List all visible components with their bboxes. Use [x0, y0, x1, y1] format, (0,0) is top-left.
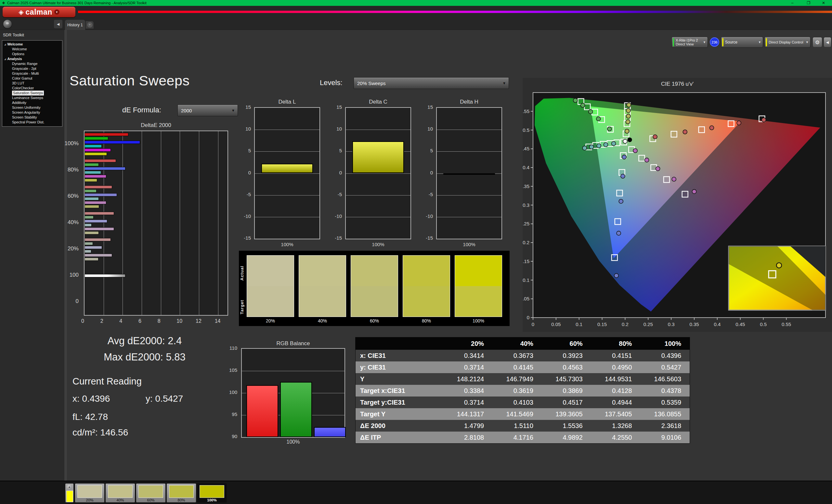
sidebar-collapse-icon[interactable]: ◀ — [54, 20, 62, 28]
cie-title: CIE 1976 u'v' — [661, 81, 694, 87]
level-tile-40%[interactable]: 40% — [105, 483, 135, 503]
measured-marker-cyan — [597, 144, 601, 148]
actual-swatch-60% — [351, 256, 398, 286]
y-tick-label: 0 — [527, 315, 529, 320]
sidebar-item-screen-stability[interactable]: Screen Stability — [2, 115, 62, 120]
de-formula-dropdown[interactable]: 2000 ▼ — [178, 105, 238, 116]
sidebar-item-screen-angularity[interactable]: Screen Angularity — [2, 110, 62, 115]
table-cell: 1.4799 — [443, 420, 492, 431]
display-control-dropdown[interactable]: Direct Display Control ▼ — [764, 37, 810, 48]
x-tick-label: 0.3 — [668, 321, 675, 327]
delta_l-title: Delta L — [254, 99, 320, 105]
close-button[interactable]: ✕ — [816, 0, 831, 6]
de-formula-label: dE Formula: — [122, 106, 161, 114]
table-cell: 141.5469 — [492, 408, 542, 420]
target-row-label: Target — [239, 300, 244, 314]
minimize-button[interactable]: – — [785, 0, 800, 6]
current-x-stat: x: 0.4396 — [73, 394, 110, 404]
source-dropdown[interactable]: Source ▼ — [721, 37, 763, 48]
sidebar-item-additivity[interactable]: Additivity — [2, 100, 62, 105]
reading-count-badge[interactable]: 236 — [710, 37, 719, 47]
table-column-header: 80% — [591, 337, 641, 350]
y-tick-label: 0 — [248, 170, 251, 175]
tree-expander-icon[interactable]: ◢ — [4, 42, 6, 47]
levels-dropdown[interactable]: 20% Sweeps ▼ — [354, 77, 509, 89]
actual-swatch-20% — [247, 256, 294, 286]
deltae-bar-100%-1 — [84, 137, 108, 140]
sidebar-item-welcome[interactable]: Welcome — [2, 47, 62, 52]
chevron-down-icon: ▼ — [703, 40, 706, 44]
sidebar-item-3d-lut[interactable]: 3D LUT — [2, 81, 62, 86]
x-tick-label: 2 — [100, 318, 103, 324]
sidebar-item-label: Color Gamut — [12, 76, 32, 81]
gridline — [255, 217, 319, 217]
level-tile-60%[interactable]: 60% — [136, 483, 166, 503]
patch-preview-tile[interactable]: ▲ — [65, 483, 74, 503]
sidebar-item-grayscale-multi[interactable]: Grayscale - Multi — [2, 71, 62, 76]
y-tick-label: 0.3 — [523, 202, 529, 208]
measured-marker-red — [683, 130, 687, 134]
x-tick-label: 6 — [138, 318, 141, 324]
y-tick-label: -15 — [244, 235, 251, 241]
measured-marker-cyan — [590, 145, 594, 149]
swatch-column-40% — [299, 255, 346, 317]
table-cell: 0.3869 — [542, 385, 591, 396]
chevron-up-icon[interactable]: ▲ — [67, 484, 72, 489]
gridline — [255, 130, 319, 130]
sidebar-item-screen-uniformity[interactable]: Screen Uniformity — [2, 105, 62, 110]
measured-marker-red — [762, 118, 766, 122]
level-tile-20%[interactable]: 20% — [75, 483, 105, 503]
settings-gear-button[interactable]: ⚙ — [812, 37, 822, 48]
table-cell: 0.4103 — [492, 396, 542, 408]
table-row: Target y:CIE310.37140.41030.45170.49440.… — [356, 396, 690, 408]
gridline — [346, 217, 411, 217]
deltae-bar-80%-5 — [84, 178, 97, 182]
y-tick-label: 0.35 — [523, 184, 529, 189]
table-cell: 0.3673 — [492, 350, 542, 361]
x-tick-label: 0.5 — [760, 321, 767, 327]
delta_h-bar — [443, 173, 495, 175]
target-swatch-80% — [403, 286, 450, 317]
rgb-balance-x-label: 100% — [241, 439, 345, 445]
x-tick-label: 12 — [196, 318, 202, 324]
level-tile-80%[interactable]: 80% — [166, 483, 196, 503]
y-tick-label: 0.1 — [523, 277, 529, 283]
sidebar-item-welcome[interactable]: ◢Welcome — [2, 42, 62, 47]
sidebar-item-spectral-power-dist-[interactable]: Spectral Power Dist. — [2, 120, 62, 125]
gridline — [104, 131, 104, 315]
deltae-bar-20%-2 — [84, 246, 102, 249]
sidebar-item-luminance-sweeps[interactable]: Luminance Sweeps — [2, 95, 62, 100]
sidebar-sphere-button[interactable] — [3, 20, 12, 28]
calman-menu-button[interactable]: ◈ calman ▼ — [3, 7, 75, 17]
sidebar-item-options[interactable]: Options — [2, 52, 62, 56]
y-tick-label: -5 — [429, 192, 433, 197]
gridline — [437, 130, 501, 130]
deltae-bar-80%-2 — [84, 167, 126, 170]
gridline — [255, 195, 319, 196]
sidebar-item-colorchecker[interactable]: ColorChecker — [2, 86, 62, 91]
sidebar-item-dynamic-range[interactable]: Dynamic Range — [2, 61, 62, 66]
restore-button[interactable]: ❐ — [802, 0, 816, 6]
rgb-balance-y-axis: 1101051009590 — [222, 348, 239, 438]
tab-history-1[interactable]: History 1 — [65, 20, 85, 30]
deltae-bar-60%-0 — [84, 186, 112, 189]
add-tab-button[interactable]: + — [86, 21, 94, 29]
tree-expander-icon[interactable]: ◢ — [4, 56, 6, 61]
brand-name: calman — [26, 8, 52, 17]
measured-marker-green — [573, 99, 577, 103]
level-tile-100%[interactable]: 100% — [197, 483, 227, 503]
table-cell: 0.4396 — [640, 350, 690, 361]
delta_c-x-label: 100% — [345, 242, 411, 247]
delta_l-plot — [254, 107, 320, 239]
measured-marker-green — [607, 127, 612, 131]
gridline — [255, 173, 319, 174]
sidebar-item-saturation-sweeps[interactable]: Saturation Sweeps — [2, 91, 62, 95]
panel-collapse-button[interactable]: ◀ — [824, 37, 831, 48]
meter-dropdown[interactable]: X-Rite i1Pro 2 Direct View ▼ — [672, 37, 708, 48]
deltae-bar-40%-4 — [84, 227, 114, 230]
sidebar-item-color-gamut[interactable]: Color Gamut — [2, 76, 62, 81]
table-cell: 0.4517 — [542, 396, 591, 408]
measured-marker-yellow — [627, 103, 631, 107]
sidebar-item-analysis[interactable]: ◢Analysis — [2, 56, 62, 61]
sidebar-item-grayscale-2pt[interactable]: Grayscale - 2pt — [2, 66, 62, 71]
